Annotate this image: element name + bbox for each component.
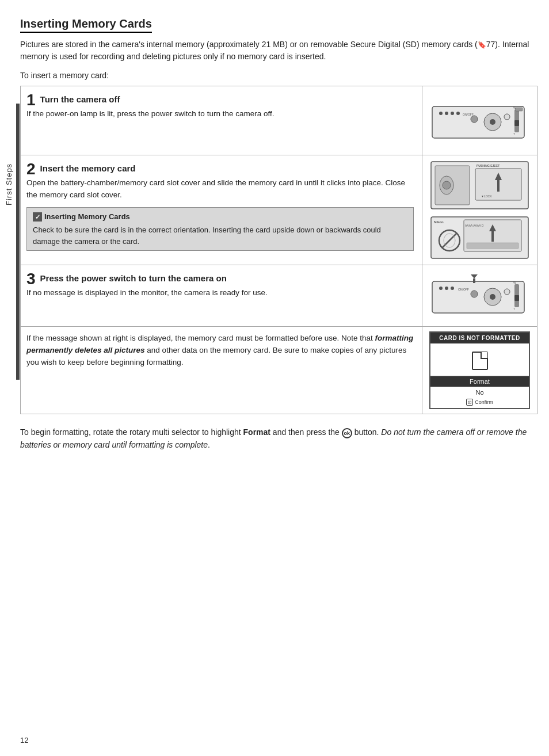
after-text-1: To begin formatting, rotate the rotary m… — [20, 427, 243, 437]
svg-rect-29 — [491, 231, 494, 242]
step-2-heading: Insert the memory card — [26, 163, 414, 173]
after-text-3: button. — [352, 427, 382, 437]
page-wrapper: First Steps Inserting Memory Cards Pictu… — [0, 0, 549, 756]
svg-point-1 — [439, 112, 443, 115]
note-title-text: Inserting Memory Cards — [44, 211, 130, 223]
svg-point-23 — [443, 181, 451, 189]
step-3-heading: Press the power switch to turn the camer… — [26, 273, 414, 283]
step-3-right-top: ON/OFF W T — [422, 265, 537, 326]
svg-text:ON/OFF: ON/OFF — [458, 288, 469, 291]
svg-rect-45 — [514, 295, 519, 301]
svg-text:PUSHING EJECT: PUSHING EJECT — [476, 164, 500, 167]
svg-rect-34 — [432, 281, 524, 313]
svg-text:AAAA AAAA D: AAAA AAAA D — [465, 224, 484, 227]
step-2-right: PUSHING EJECT ▼LOCK Nikon — [422, 155, 537, 265]
step-1-heading: Turn the camera off — [26, 94, 414, 104]
after-text: To begin formatting, rotate the rotary m… — [20, 426, 537, 452]
svg-rect-10 — [514, 120, 519, 126]
after-text-2: and then press the — [270, 427, 342, 437]
svg-text:Nikon: Nikon — [434, 220, 444, 224]
main-content: Inserting Memory Cards Pictures are stor… — [20, 17, 537, 756]
svg-text:W: W — [513, 281, 516, 284]
page-number: 12 — [20, 736, 28, 744]
sidebar-label: First Steps — [0, 127, 17, 242]
step-1-row: 1 Turn the camera off If the power-on la… — [21, 86, 537, 155]
svg-rect-40 — [473, 278, 475, 283]
svg-rect-14 — [516, 108, 523, 111]
intro-paragraph: Pictures are stored in the camera's inte… — [20, 39, 537, 63]
svg-marker-39 — [471, 274, 478, 278]
card-slot-diagram: PUSHING EJECT ▼LOCK — [429, 160, 530, 211]
format-option[interactable]: Format — [430, 376, 529, 387]
step-1-number: 1 — [26, 92, 36, 108]
svg-point-7 — [490, 119, 495, 125]
svg-point-4 — [456, 112, 460, 115]
svg-point-8 — [504, 114, 510, 120]
svg-point-42 — [490, 294, 495, 300]
svg-point-13 — [471, 116, 478, 123]
svg-point-48 — [471, 291, 478, 297]
extended-body-1: If the message shown at right is display… — [26, 334, 375, 342]
step-3-number: 3 — [26, 271, 36, 287]
sidebar-bar — [16, 104, 20, 380]
step-2-number: 2 — [26, 161, 36, 177]
step-2-body: Open the battery-chamber/memory card slo… — [26, 177, 414, 201]
svg-rect-20 — [497, 180, 500, 192]
steps-box: 1 Turn the camera off If the power-on la… — [20, 86, 537, 414]
svg-text:ON/OFF: ON/OFF — [463, 113, 474, 116]
step-2-row: 2 Insert the memory card Open the batter… — [21, 155, 537, 265]
step-3-extended-text: If the message shown at right is display… — [26, 333, 414, 369]
card-format-box: CARD IS NOT FORMATTED Format No ⊡ Confir… — [429, 331, 530, 409]
step-1-body: If the power-on lamp is lit, press the p… — [26, 108, 414, 120]
step-1-left: 1 Turn the camera off If the power-on la… — [21, 86, 422, 155]
svg-rect-30 — [467, 243, 518, 249]
camera-power-diagram: ON/OFF W T — [429, 270, 530, 322]
note-body-text: Check to be sure the card is in the corr… — [33, 224, 407, 247]
svg-text:T: T — [513, 307, 515, 311]
step-3-body: If no message is displayed in the monito… — [26, 287, 414, 299]
step-2-left: 2 Insert the memory card Open the batter… — [21, 155, 422, 265]
svg-text:T: T — [513, 132, 515, 136]
card-slot-diagram-2: Nikon AAAA AAAA D — [429, 215, 530, 260]
after-end: . — [208, 440, 210, 449]
no-option[interactable]: No — [430, 387, 529, 398]
step-3-row: 3 Press the power switch to turn the cam… — [21, 265, 537, 327]
svg-rect-0 — [432, 106, 524, 138]
card-format-options: Format No — [430, 376, 529, 398]
to-insert-text: To insert a memory card: — [20, 71, 537, 80]
svg-point-2 — [445, 112, 448, 115]
card-format-title: CARD IS NOT FORMATTED — [430, 333, 529, 343]
confirm-icon: ⊡ — [466, 399, 473, 406]
svg-point-3 — [451, 112, 454, 115]
svg-text:▼LOCK: ▼LOCK — [481, 194, 492, 198]
camera-top-diagram: ON/OFF W T — [429, 95, 530, 147]
confirm-label: Confirm — [475, 399, 493, 405]
step-3-extended-right: CARD IS NOT FORMATTED Format No ⊡ Confir… — [422, 327, 537, 414]
ok-button-icon: ok — [342, 428, 352, 438]
step-3-extended-left: If the message shown at right is display… — [21, 327, 422, 414]
step-3-extended: If the message shown at right is display… — [21, 327, 537, 414]
card-format-confirm: ⊡ Confirm — [430, 398, 529, 408]
step-3-left: 3 Press the power switch to turn the cam… — [21, 265, 422, 326]
intro-text-1: Pictures are stored in the camera's inte… — [20, 40, 478, 49]
after-bold: Format — [243, 427, 270, 437]
step-1-right: ON/OFF W T — [422, 86, 537, 155]
sd-icon: 🔖 — [478, 41, 486, 49]
svg-point-43 — [504, 289, 510, 295]
page-title: Inserting Memory Cards — [20, 17, 152, 33]
card-icon — [472, 352, 488, 370]
svg-point-35 — [439, 287, 443, 290]
note-check-icon: ✓ — [33, 212, 42, 222]
svg-point-37 — [451, 287, 454, 290]
note-box-title: ✓ Inserting Memory Cards — [33, 211, 407, 223]
svg-point-36 — [445, 287, 448, 290]
intro-ref: 77 — [486, 40, 495, 49]
note-box: ✓ Inserting Memory Cards Check to be sur… — [26, 207, 414, 251]
